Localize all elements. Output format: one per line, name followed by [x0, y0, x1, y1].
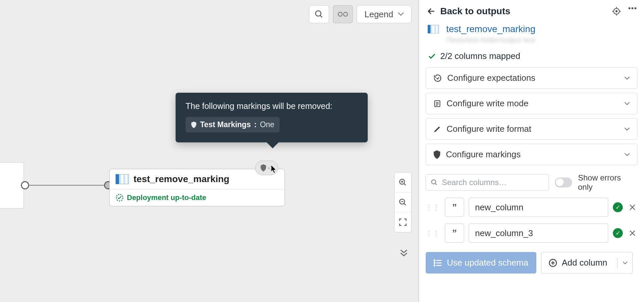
configure-write-mode-item[interactable]: Configure write mode: [426, 93, 637, 114]
chevron-down-icon: [624, 153, 630, 156]
remove-column-button[interactable]: [627, 202, 637, 212]
document-icon: [433, 99, 441, 108]
collapse-panel-button[interactable]: [398, 246, 410, 259]
legend-button[interactable]: Legend: [357, 5, 411, 23]
target-icon: [612, 7, 621, 16]
link-toggle-button[interactable]: [333, 5, 353, 23]
conf-label: Configure markings: [446, 149, 520, 160]
marking-value: One: [260, 120, 274, 129]
chevron-down-icon: [623, 261, 627, 265]
add-column-dropdown[interactable]: [617, 258, 632, 268]
more-icon: [628, 7, 637, 10]
marking-group: Test Markings: [200, 120, 251, 129]
svg-line-9: [404, 203, 405, 205]
drag-handle[interactable]: ⋮⋮: [426, 203, 440, 211]
configure-write-format-item[interactable]: Configure write format: [426, 118, 637, 140]
marking-tooltip: The following markings will be removed: …: [176, 93, 368, 142]
svg-point-3: [344, 12, 348, 16]
svg-point-0: [316, 11, 321, 16]
fit-view-button[interactable]: [395, 212, 411, 232]
svg-point-18: [628, 7, 630, 9]
close-icon: [629, 229, 636, 237]
columns-mapped-text: 2/2 columns mapped: [440, 51, 520, 61]
svg-line-5: [404, 183, 405, 185]
configure-markings-item[interactable]: Configure markings: [426, 144, 637, 165]
conf-label: Configure write mode: [447, 98, 528, 109]
close-icon: [629, 204, 636, 211]
chevron-down-icon: [624, 127, 630, 131]
search-columns-box[interactable]: [426, 174, 549, 191]
output-panel: Back to outputs test_remove_marking /Tes…: [419, 0, 644, 302]
search-button[interactable]: [309, 5, 329, 23]
legend-label: Legend: [364, 9, 393, 20]
upstream-node[interactable]: [0, 162, 24, 209]
dataset-icon: [116, 174, 129, 184]
svg-point-25: [432, 180, 436, 184]
remove-column-button[interactable]: [627, 228, 637, 238]
search-columns-input[interactable]: [442, 178, 544, 187]
svg-point-34: [434, 260, 435, 261]
node-title: test_remove_marking: [134, 174, 229, 184]
zoom-out-icon: [399, 198, 407, 207]
arrow-left-icon: [426, 7, 436, 15]
marking-chip: Test Markings: One: [186, 117, 280, 132]
svg-line-26: [435, 183, 437, 185]
svg-point-35: [434, 262, 435, 263]
column-row: ⋮⋮ ” ✓: [426, 198, 637, 217]
zoom-in-button[interactable]: [395, 173, 411, 192]
add-column-button[interactable]: Add column: [541, 252, 633, 274]
dataset-path: /Tests/test-folder/output test: [419, 36, 644, 48]
svg-point-2: [338, 12, 342, 16]
column-type-button[interactable]: ”: [445, 224, 464, 243]
chevron-down-icon: [398, 12, 404, 16]
conf-label: Configure write format: [447, 124, 531, 134]
use-updated-label: Use updated schema: [447, 258, 528, 268]
graph-canvas[interactable]: Legend test_rem: [0, 0, 419, 302]
fit-icon: [399, 218, 407, 226]
back-button[interactable]: Back to outputs: [426, 6, 510, 17]
zoom-out-button[interactable]: [395, 192, 411, 212]
graph-edge: [29, 185, 104, 186]
marking-badge[interactable]: -1: [255, 161, 278, 175]
column-type-button[interactable]: ”: [445, 198, 464, 217]
add-column-label: Add column: [562, 258, 613, 268]
dataset-link[interactable]: test_remove_marking: [446, 24, 535, 34]
column-row: ⋮⋮ ” ✓: [426, 224, 637, 243]
drag-handle[interactable]: ⋮⋮: [426, 229, 440, 237]
tooltip-title: The following markings will be removed:: [186, 101, 358, 111]
link-icon: [338, 11, 348, 17]
badge-count: -1: [268, 164, 274, 172]
shield-icon: [433, 150, 441, 159]
svg-point-20: [634, 7, 636, 9]
chevron-down-icon: [624, 102, 630, 105]
zoom-in-icon: [399, 178, 407, 187]
zoom-controls: [394, 172, 411, 232]
errors-only-label: Show errors only: [578, 173, 637, 192]
column-name-input[interactable]: [469, 224, 608, 243]
plus-circle-icon: [549, 259, 557, 267]
target-button[interactable]: [612, 7, 621, 16]
svg-point-13: [616, 11, 617, 12]
search-icon: [314, 10, 324, 19]
dataset-node[interactable]: test_remove_marking Deployment up-to-dat…: [109, 169, 285, 206]
quote-icon: ”: [452, 228, 457, 238]
check-circle-icon: [116, 194, 124, 202]
conf-label: Configure expectations: [447, 73, 535, 83]
back-label: Back to outputs: [440, 6, 510, 17]
errors-only-toggle[interactable]: [555, 177, 572, 187]
svg-line-1: [320, 16, 322, 18]
shield-icon: [191, 122, 197, 128]
column-name-input[interactable]: [469, 198, 608, 217]
use-updated-schema-button[interactable]: Use updated schema: [426, 252, 536, 274]
svg-point-19: [631, 7, 633, 9]
status-ok-icon: ✓: [613, 228, 623, 238]
check-icon: [428, 52, 436, 61]
more-menu-button[interactable]: [628, 7, 637, 16]
search-icon: [431, 178, 438, 186]
node-status: Deployment up-to-date: [127, 193, 206, 202]
configure-expectations-item[interactable]: Configure expectations: [426, 67, 637, 89]
upstream-output-port[interactable]: [21, 181, 29, 189]
list-icon: [434, 259, 442, 267]
shield-icon: [260, 164, 267, 172]
quote-icon: ”: [452, 202, 457, 213]
